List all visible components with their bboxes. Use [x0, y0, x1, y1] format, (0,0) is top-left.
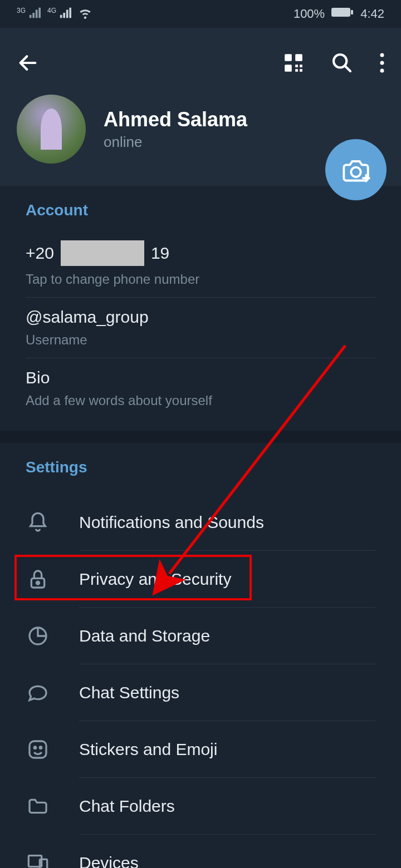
svg-rect-8	[300, 69, 302, 72]
search-button[interactable]	[331, 52, 353, 76]
svg-point-15	[37, 581, 40, 584]
wifi-icon	[78, 6, 92, 23]
svg-point-11	[380, 61, 384, 65]
svg-rect-17	[30, 741, 46, 758]
profile-status: online	[104, 134, 247, 151]
settings-item-data[interactable]: Data and Storage	[0, 608, 401, 664]
settings-item-label: Stickers and Emoji	[79, 721, 375, 778]
chat-bubble-icon	[26, 680, 50, 705]
phone-suffix: 19	[151, 244, 169, 263]
username-item[interactable]: @salama_group Username	[26, 298, 375, 358]
bio-label: Add a few words about yourself	[26, 393, 375, 408]
svg-point-12	[380, 69, 384, 73]
account-section: Account +20 19 Tap to change phone numbe…	[0, 186, 401, 431]
svg-rect-2	[285, 54, 292, 61]
username-value: @salama_group	[26, 308, 375, 327]
phone-label: Tap to change phone number	[26, 272, 375, 287]
settings-item-label: Data and Storage	[79, 608, 375, 664]
settings-item-privacy[interactable]: Privacy and Security	[0, 551, 401, 608]
qr-code-button[interactable]	[283, 52, 304, 76]
back-button[interactable]	[17, 52, 39, 76]
settings-section: Settings	[0, 443, 401, 494]
avatar[interactable]	[17, 95, 86, 164]
settings-item-label: Chat Settings	[79, 664, 375, 721]
svg-rect-1	[351, 10, 353, 14]
settings-item-label: Chat Folders	[79, 778, 375, 835]
bio-item[interactable]: Bio Add a few words about yourself	[26, 358, 375, 424]
svg-rect-6	[300, 65, 302, 67]
lock-icon	[26, 567, 50, 591]
account-header: Account	[26, 201, 375, 219]
battery-icon	[331, 7, 354, 21]
settings-item-notifications[interactable]: Notifications and Sounds	[0, 494, 401, 551]
settings-header: Settings	[26, 458, 401, 476]
network-3g: 3G	[17, 7, 41, 22]
network-4g: 4G	[47, 7, 71, 22]
settings-item-folders[interactable]: Chat Folders	[0, 778, 401, 835]
devices-icon	[26, 851, 50, 868]
status-left: 3G 4G	[17, 6, 92, 23]
more-menu-button[interactable]	[380, 53, 384, 75]
svg-rect-4	[285, 65, 292, 72]
battery-percent: 100%	[294, 7, 325, 21]
username-label: Username	[26, 332, 375, 348]
settings-item-devices[interactable]: Devices	[0, 835, 401, 868]
set-photo-button[interactable]	[325, 139, 387, 200]
clock-time: 4:42	[360, 7, 384, 21]
status-bar: 3G 4G 100% 4:42	[0, 0, 401, 28]
svg-rect-3	[295, 54, 302, 61]
section-divider	[0, 431, 401, 443]
svg-point-18	[34, 747, 36, 748]
svg-rect-7	[295, 69, 298, 72]
svg-rect-0	[331, 8, 350, 17]
phone-item[interactable]: +20 19 Tap to change phone number	[26, 230, 375, 298]
profile-name: Ahmed Salama	[104, 108, 247, 131]
status-right: 100% 4:42	[294, 7, 384, 21]
settings-item-label: Privacy and Security	[79, 551, 375, 608]
sticker-icon	[26, 737, 50, 762]
phone-redacted	[61, 240, 144, 266]
folder-icon	[26, 794, 50, 818]
bio-title: Bio	[26, 368, 375, 387]
phone-prefix: +20	[26, 244, 54, 263]
settings-item-label: Devices	[79, 835, 375, 868]
settings-item-chat[interactable]: Chat Settings	[0, 664, 401, 721]
settings-item-stickers[interactable]: Stickers and Emoji	[0, 721, 401, 778]
chart-pie-icon	[26, 624, 50, 648]
header: Ahmed Salama online	[0, 28, 401, 186]
svg-rect-5	[295, 65, 298, 67]
bell-icon	[26, 510, 50, 535]
svg-point-13	[351, 167, 360, 177]
svg-point-19	[40, 747, 41, 748]
settings-list: Notifications and Sounds Privacy and Sec…	[0, 494, 401, 868]
svg-point-10	[380, 53, 384, 57]
settings-item-label: Notifications and Sounds	[79, 494, 375, 551]
